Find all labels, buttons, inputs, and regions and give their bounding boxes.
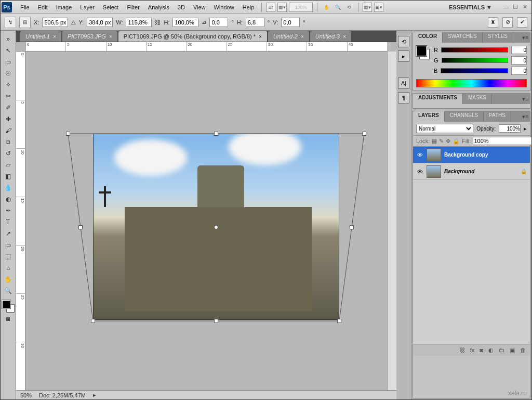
clone-tool-icon[interactable]: ⧉ <box>2 137 15 147</box>
transform-handle-mr[interactable] <box>350 225 354 229</box>
menu-layer[interactable]: Layer <box>76 1 99 14</box>
v-skew-input[interactable] <box>281 18 300 27</box>
tab-untitled-1[interactable]: Untitled-1× <box>20 31 61 42</box>
tab-styles[interactable]: STYLES <box>483 32 513 43</box>
menu-window[interactable]: Window <box>210 1 238 14</box>
adjustment-layer-icon[interactable]: ◐ <box>488 347 494 354</box>
panel-color-swatch[interactable] <box>416 46 430 59</box>
view-extras-icon[interactable]: ▦▾ <box>277 3 287 12</box>
warp-mode-icon[interactable]: ♜ <box>488 17 498 28</box>
b-input[interactable] <box>511 67 527 75</box>
tab-untitled-3[interactable]: Untitled-3× <box>310 31 351 42</box>
window-close-icon[interactable]: ✕ <box>521 4 528 11</box>
window-maximize-icon[interactable]: ☐ <box>512 4 519 11</box>
link-layers-icon[interactable]: ⛓ <box>459 347 465 353</box>
bridge-icon[interactable]: Br <box>266 3 275 12</box>
angle-input[interactable] <box>209 18 228 27</box>
b-slider[interactable] <box>441 68 508 73</box>
layer-thumbnail[interactable] <box>427 165 441 178</box>
magic-wand-tool-icon[interactable]: ✧ <box>2 80 15 90</box>
tab-channels[interactable]: CHANNELS <box>445 111 484 122</box>
menu-filter[interactable]: Filter <box>123 1 143 14</box>
layer-mask-icon[interactable]: ◙ <box>480 347 483 353</box>
hand-icon[interactable]: ✋ <box>322 3 331 12</box>
eraser-tool-icon[interactable]: ▱ <box>2 160 15 170</box>
arrange-docs-icon[interactable]: ▦▾ <box>363 3 372 12</box>
brush-tool-icon[interactable]: 🖌 <box>2 125 15 136</box>
panel-menu-icon[interactable]: ▾≡ <box>521 94 530 104</box>
tab-layers[interactable]: LAYERS <box>413 111 445 122</box>
layer-thumbnail[interactable] <box>427 149 441 161</box>
paragraph-panel-icon[interactable]: ¶ <box>398 92 409 104</box>
transform-handle-br[interactable] <box>337 319 341 323</box>
lock-position-icon[interactable]: ✥ <box>446 138 450 145</box>
h-skew-input[interactable] <box>246 18 264 27</box>
transform-handle-bl[interactable] <box>91 319 95 323</box>
zoom-level[interactable]: 100% <box>289 3 313 12</box>
lock-transparency-icon[interactable]: ▦ <box>432 138 437 145</box>
menu-3d[interactable]: 3D <box>174 1 189 14</box>
menu-edit[interactable]: Edit <box>34 1 52 14</box>
zoom-tool-icon[interactable]: 🔍 <box>2 286 15 296</box>
g-slider[interactable] <box>442 58 508 63</box>
pen-tool-icon[interactable]: ✒ <box>2 205 15 216</box>
tab-pict0953[interactable]: PICT0953.JPG× <box>62 31 117 42</box>
h-input[interactable] <box>172 18 198 27</box>
blend-mode-select[interactable]: Normal <box>416 124 473 133</box>
visibility-eye-icon[interactable]: 👁 <box>416 151 423 159</box>
panel-menu-icon[interactable]: ▾≡ <box>521 32 530 43</box>
transform-center-point[interactable] <box>214 225 218 229</box>
new-layer-icon[interactable]: ▣ <box>510 347 515 354</box>
close-icon[interactable]: × <box>343 34 346 40</box>
link-icon[interactable]: ⛓ <box>155 19 161 25</box>
workspace-switcher[interactable]: ESSENTIALS ▼ <box>445 3 496 11</box>
panel-menu-icon[interactable]: ▾≡ <box>521 111 530 122</box>
x-input[interactable] <box>42 18 68 27</box>
path-tool-icon[interactable]: ↗ <box>2 228 15 239</box>
ruler-horizontal[interactable]: 0510152025303540 <box>25 42 387 51</box>
tab-swatches[interactable]: SWATCHES <box>443 32 483 43</box>
layer-name[interactable]: Background copy <box>444 152 488 158</box>
3d-tool-icon[interactable]: ⬚ <box>2 251 15 262</box>
tab-masks[interactable]: MASKS <box>463 94 492 104</box>
zoom-icon[interactable]: 🔍 <box>333 3 342 12</box>
menu-help[interactable]: Help <box>238 1 259 14</box>
move-tool-icon[interactable]: ↖ <box>2 45 15 56</box>
tab-untitled-2[interactable]: Untitled-2× <box>268 31 309 42</box>
opacity-input[interactable] <box>499 124 521 133</box>
lock-all-icon[interactable]: 🔒 <box>453 138 460 145</box>
transform-handle-tl[interactable] <box>66 132 70 136</box>
menu-file[interactable]: File <box>16 1 34 14</box>
zoom-readout[interactable]: 50% <box>20 392 32 398</box>
gradient-tool-icon[interactable]: ◧ <box>2 171 15 182</box>
docsize-readout[interactable]: Doc: 2,25M/5,47M <box>39 392 86 398</box>
history-brush-tool-icon[interactable]: ↺ <box>2 148 15 159</box>
blur-tool-icon[interactable]: 💧 <box>2 183 15 193</box>
quickmask-icon[interactable]: ◙ <box>2 314 15 324</box>
healing-tool-icon[interactable]: ✚ <box>2 114 15 124</box>
menu-analysis[interactable]: Analysis <box>144 1 174 14</box>
new-group-icon[interactable]: 🗀 <box>499 347 504 353</box>
layer-row[interactable]: 👁 Background copy <box>413 147 530 163</box>
delete-layer-icon[interactable]: 🗑 <box>520 347 526 353</box>
hand-tool-icon[interactable]: ✋ <box>2 274 15 285</box>
transform-handle-ml[interactable] <box>78 225 83 229</box>
3d-camera-tool-icon[interactable]: ⌂ <box>2 263 15 273</box>
transform-handle-tr[interactable] <box>362 132 366 136</box>
tab-adjustments[interactable]: ADJUSTMENTS <box>413 94 463 104</box>
type-tool-icon[interactable]: T <box>2 217 15 227</box>
scrollbar-vertical[interactable] <box>387 51 396 390</box>
menu-select[interactable]: Select <box>99 1 123 14</box>
lock-paint-icon[interactable]: ✎ <box>439 138 444 145</box>
visibility-eye-icon[interactable]: 👁 <box>416 168 423 175</box>
character-panel-icon[interactable]: A| <box>398 78 409 89</box>
tab-pict1069[interactable]: PICT1069.JPG @ 50% (Background copy, RGB… <box>118 31 267 42</box>
y-input[interactable] <box>87 18 113 27</box>
rotate-view-icon[interactable]: ⟲ <box>344 3 354 12</box>
layer-name[interactable]: Background <box>444 169 474 174</box>
transform-handle-bc[interactable] <box>214 319 218 323</box>
ruler-vertical[interactable]: 051015202530 <box>16 51 25 390</box>
status-menu-icon[interactable]: ▸ <box>93 392 96 398</box>
color-swatch[interactable] <box>2 300 15 313</box>
close-icon[interactable]: × <box>53 34 56 40</box>
